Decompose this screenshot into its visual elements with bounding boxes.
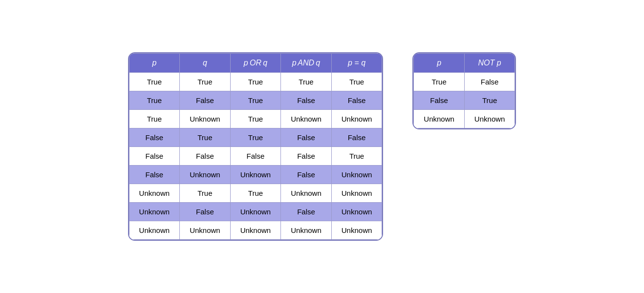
main-cell-2-1: Unknown [180, 110, 231, 128]
main-cell-7-2: Unknown [230, 203, 281, 221]
main-cell-5-3: False [281, 166, 332, 184]
main-cell-5-0: False [129, 166, 180, 184]
main-header-0: p [129, 54, 180, 73]
main-cell-3-1: True [180, 128, 231, 147]
main-cell-5-2: Unknown [230, 166, 281, 184]
main-cell-7-4: Unknown [331, 203, 382, 221]
main-cell-1-0: True [129, 91, 180, 110]
main-header-4: p = q [331, 54, 382, 73]
main-cell-1-3: False [281, 91, 332, 110]
main-cell-0-0: True [129, 73, 180, 91]
main-table-row: FalseTrueTrueFalseFalse [129, 128, 382, 147]
not-cell-0-0: True [414, 73, 465, 91]
main-cell-8-2: Unknown [230, 221, 281, 240]
main-cell-8-1: Unknown [180, 221, 231, 240]
main-cell-5-4: Unknown [331, 166, 382, 184]
main-cell-2-0: True [129, 110, 180, 128]
main-cell-7-0: Unknown [129, 203, 180, 221]
main-cell-4-4: True [331, 147, 382, 166]
main-cell-5-1: Unknown [180, 166, 231, 184]
main-cell-1-1: False [180, 91, 231, 110]
main-cell-7-3: False [281, 203, 332, 221]
not-cell-0-1: False [464, 73, 515, 91]
main-cell-0-1: True [180, 73, 231, 91]
main-cell-8-0: Unknown [129, 221, 180, 240]
main-table-row: UnknownFalseUnknownFalseUnknown [129, 203, 382, 221]
main-cell-2-3: Unknown [281, 110, 332, 128]
page-container: pqp OR qp AND qp = q TrueTrueTrueTrueTru… [113, 38, 531, 255]
main-cell-1-2: True [230, 91, 281, 110]
not-truth-table: pNOT p TrueFalseFalseTrueUnknownUnknown [413, 53, 515, 128]
main-cell-0-2: True [230, 73, 281, 91]
main-cell-4-1: False [180, 147, 231, 166]
not-cell-2-0: Unknown [414, 110, 465, 128]
main-cell-0-4: True [331, 73, 382, 91]
main-header-1: q [180, 54, 231, 73]
main-cell-8-3: Unknown [281, 221, 332, 240]
not-cell-2-1: Unknown [464, 110, 515, 128]
main-truth-table: pqp OR qp AND qp = q TrueTrueTrueTrueTru… [129, 53, 383, 240]
main-cell-8-4: Unknown [331, 221, 382, 240]
main-table-row: FalseFalseFalseFalseTrue [129, 147, 382, 166]
main-table-header-row: pqp OR qp AND qp = q [129, 54, 382, 73]
main-table-row: UnknownUnknownUnknownUnknownUnknown [129, 221, 382, 240]
main-cell-6-1: True [180, 184, 231, 203]
main-cell-2-4: Unknown [331, 110, 382, 128]
main-cell-0-3: True [281, 73, 332, 91]
main-cell-4-0: False [129, 147, 180, 166]
main-table-row: UnknownTrueTrueUnknownUnknown [129, 184, 382, 203]
main-cell-4-2: False [230, 147, 281, 166]
main-cell-6-4: Unknown [331, 184, 382, 203]
not-table-row: UnknownUnknown [414, 110, 515, 128]
main-cell-4-3: False [281, 147, 332, 166]
main-header-3: p AND q [281, 54, 332, 73]
not-cell-1-1: True [464, 91, 515, 110]
not-cell-1-0: False [414, 91, 465, 110]
not-table-row: TrueFalse [414, 73, 515, 91]
main-cell-6-3: Unknown [281, 184, 332, 203]
main-truth-table-wrapper: pqp OR qp AND qp = q TrueTrueTrueTrueTru… [128, 52, 384, 241]
not-header-0: p [414, 54, 465, 73]
main-table-row: TrueFalseTrueFalseFalse [129, 91, 382, 110]
main-cell-6-0: Unknown [129, 184, 180, 203]
main-table-row: TrueTrueTrueTrueTrue [129, 73, 382, 91]
main-table-row: TrueUnknownTrueUnknownUnknown [129, 110, 382, 128]
main-cell-3-2: True [230, 128, 281, 147]
main-header-2: p OR q [230, 54, 281, 73]
main-cell-6-2: True [230, 184, 281, 203]
main-table-row: FalseUnknownUnknownFalseUnknown [129, 166, 382, 184]
main-cell-7-1: False [180, 203, 231, 221]
main-cell-2-2: True [230, 110, 281, 128]
main-cell-3-0: False [129, 128, 180, 147]
not-header-1: NOT p [464, 54, 515, 73]
main-cell-3-3: False [281, 128, 332, 147]
not-table-header-row: pNOT p [414, 54, 515, 73]
main-cell-3-4: False [331, 128, 382, 147]
not-table-row: FalseTrue [414, 91, 515, 110]
main-cell-1-4: False [331, 91, 382, 110]
not-truth-table-wrapper: pNOT p TrueFalseFalseTrueUnknownUnknown [412, 52, 516, 129]
